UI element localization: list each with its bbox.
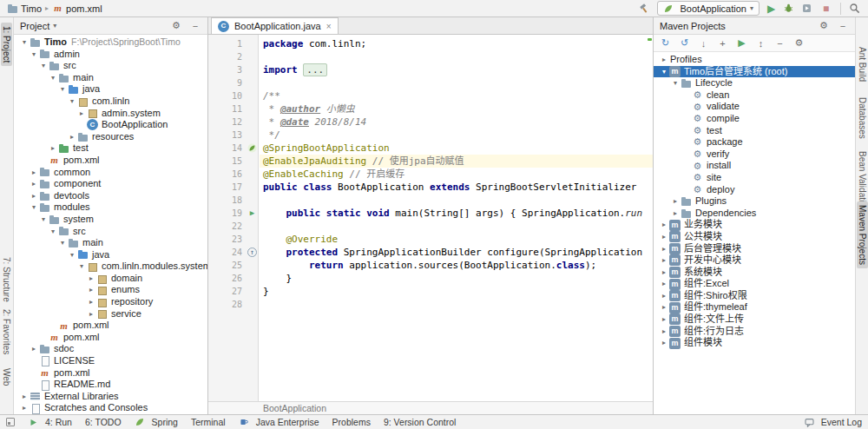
override-gutter-icon-slot[interactable]: ↑ xyxy=(246,246,259,259)
editor-gutter[interactable]: 25 xyxy=(208,259,259,272)
chevron-down-icon[interactable]: ▾ xyxy=(659,66,669,78)
execute-goal-icon[interactable]: ▶ xyxy=(735,36,748,50)
project-tree-item[interactable]: ▾TimoF:\Project\SpringBoot\Timo xyxy=(14,36,207,49)
project-tree-item[interactable]: README.md xyxy=(14,379,207,391)
editor-gutter[interactable]: 26 xyxy=(208,272,259,285)
coverage-button[interactable] xyxy=(800,1,815,16)
chevron-right-icon[interactable]: ▸ xyxy=(659,243,669,255)
editor-line[interactable]: 25 return application.sources(BootApplic… xyxy=(208,259,653,272)
editor-gutter[interactable]: 16 xyxy=(208,168,259,181)
chevron-down-icon[interactable]: ▾ xyxy=(67,249,77,261)
chevron-right-icon[interactable]: ▸ xyxy=(659,254,669,267)
chevron-right-icon[interactable]: ▸ xyxy=(86,296,96,308)
editor-gutter[interactable]: 3 xyxy=(208,63,259,76)
project-tree-item[interactable]: ▸devtools xyxy=(14,190,207,202)
editor-line[interactable]: 22 xyxy=(208,220,653,233)
editor-gutter[interactable]: 18 xyxy=(208,194,259,207)
chevron-right-icon[interactable]: ▸ xyxy=(659,54,669,66)
project-tree-item[interactable]: ▸Scratches and Consoles xyxy=(14,402,207,414)
editor-gutter[interactable]: 9 xyxy=(208,76,259,89)
chevron-down-icon[interactable]: ▾ xyxy=(67,96,77,108)
editor-line[interactable]: 28 xyxy=(208,298,653,311)
chevron-down-icon[interactable]: ▾ xyxy=(670,77,681,89)
search-everywhere-icon[interactable] xyxy=(848,1,863,16)
editor-line[interactable]: 27} xyxy=(208,285,653,298)
editor-gutter[interactable]: 27 xyxy=(208,285,259,298)
editor-line[interactable]: 14@SpringBootApplication xyxy=(208,142,653,155)
editor-line[interactable]: 13 */ xyxy=(208,129,653,142)
maven-tree-item[interactable]: ▸m开发中心模块 xyxy=(654,254,855,267)
stop-button[interactable]: ■ xyxy=(819,1,833,16)
statusbar-item-problems[interactable]: Problems xyxy=(332,417,371,428)
project-tree-item[interactable]: ▸enums xyxy=(14,284,207,296)
chevron-down-icon[interactable]: ▾ xyxy=(48,72,58,84)
project-tree-item[interactable]: ▾main xyxy=(14,72,207,84)
project-tree-item[interactable]: ▾java xyxy=(14,83,207,96)
project-tree-item[interactable]: ▾main xyxy=(14,237,207,249)
project-tree-item[interactable]: CBootApplication xyxy=(14,119,207,131)
editor-line[interactable]: 17public class BootApplication extends S… xyxy=(208,181,653,194)
chevron-down-icon[interactable]: ▾ xyxy=(29,49,39,61)
breadcrumb-class[interactable]: BootApplication xyxy=(263,403,326,413)
chevron-right-icon[interactable]: ▸ xyxy=(76,108,87,120)
maven-tree-item[interactable]: ▸m组件:行为日志 xyxy=(654,326,855,338)
maven-tree-item[interactable]: ⚙validate xyxy=(654,101,855,113)
project-tree-item[interactable]: mpom.xml xyxy=(14,332,207,344)
chevron-down-icon[interactable]: ▾ xyxy=(57,83,68,96)
chevron-right-icon[interactable]: ▸ xyxy=(659,267,669,279)
project-tree-item[interactable]: ▸External Libraries xyxy=(14,391,207,403)
project-tree-item[interactable]: ▸sdoc xyxy=(14,343,207,355)
chevron-right-icon[interactable]: ▸ xyxy=(19,402,30,414)
close-tab-icon[interactable]: × xyxy=(326,22,332,31)
editor-line[interactable]: 18 xyxy=(208,194,653,207)
chevron-right-icon[interactable]: ▸ xyxy=(86,273,96,285)
maven-tree-item[interactable]: ▸Plugins xyxy=(654,195,855,208)
chevron-down-icon[interactable]: ▾ xyxy=(38,60,49,72)
maven-tree-item[interactable]: ▾mTimo后台管理系统 (root) xyxy=(654,66,855,78)
build-hammer-icon[interactable] xyxy=(638,1,653,16)
project-tree-item[interactable]: ▸domain xyxy=(14,273,207,285)
editor-gutter[interactable]: 19▶ xyxy=(208,207,259,220)
editor-gutter[interactable]: 24↑ xyxy=(208,246,259,259)
maven-tree-item[interactable]: ▸m业务模块 xyxy=(654,219,855,231)
collapse-all-icon[interactable]: − xyxy=(773,36,786,50)
chevron-down-icon[interactable]: ▾ xyxy=(19,36,30,49)
statusbar-item-6-todo[interactable]: 6: TODO xyxy=(85,417,122,428)
editor-line[interactable]: 12 * @date 2018/8/14 xyxy=(208,116,653,129)
project-tree-item[interactable]: ▸repository xyxy=(14,296,207,308)
project-tree-item[interactable]: ▾admin xyxy=(14,49,207,61)
chevron-down-icon[interactable]: ▾ xyxy=(76,261,87,273)
project-tree-item[interactable]: ▸service xyxy=(14,308,207,320)
chevron-right-icon[interactable]: ▸ xyxy=(659,326,669,338)
chevron-right-icon[interactable]: ▸ xyxy=(29,190,39,202)
statusbar-item-9-version-control[interactable]: 9: Version Control xyxy=(384,417,456,428)
chevron-right-icon[interactable]: ▸ xyxy=(659,301,669,314)
editor-line[interactable]: 11 * @author 小懒虫 xyxy=(208,102,653,116)
maven-tree-item[interactable]: ▸m系统模块 xyxy=(654,267,855,279)
download-sources-icon[interactable]: ↓ xyxy=(697,36,710,50)
chevron-down-icon[interactable]: ▾ xyxy=(48,226,58,238)
maven-settings-icon[interactable]: ⚙ xyxy=(792,36,806,50)
editor-line[interactable]: 1package com.linln; xyxy=(208,37,653,50)
editor-line[interactable]: 24↑ protected SpringApplicationBuilder c… xyxy=(208,246,653,259)
chevron-right-icon[interactable]: ▸ xyxy=(659,314,669,326)
project-tree-item[interactable]: ▸component xyxy=(14,178,207,190)
chevron-right-icon[interactable]: ▸ xyxy=(29,343,39,355)
editor-gutter[interactable]: 23 xyxy=(208,233,259,246)
debug-button[interactable] xyxy=(782,1,797,16)
maven-tree-item[interactable]: ▸m后台管理模块 xyxy=(654,243,855,255)
statusbar-item-java-enterprise[interactable]: Java Enterprise xyxy=(239,417,319,428)
project-tree-item[interactable]: mpom.xml xyxy=(14,320,207,332)
project-tree-item[interactable]: LICENSE xyxy=(14,355,207,367)
editor-gutter[interactable]: 10 xyxy=(208,89,259,102)
toolwindow-tab-ant-build[interactable]: Ant Build xyxy=(857,43,868,85)
maven-tree-item[interactable]: ⚙clean xyxy=(654,89,855,102)
maven-tree-item[interactable]: ▸m组件:Excel xyxy=(654,278,855,290)
hide-panel-icon[interactable]: − xyxy=(837,20,849,32)
editor-gutter[interactable]: 14 xyxy=(208,142,259,155)
maven-tree-item[interactable]: ▸Profiles xyxy=(654,54,855,66)
project-tree-item[interactable]: ▸test xyxy=(14,142,207,155)
maven-tree-item[interactable]: ▾Lifecycle xyxy=(654,77,855,89)
chevron-right-icon[interactable]: ▸ xyxy=(659,290,669,302)
editor-line[interactable]: 3import ... xyxy=(208,63,653,76)
